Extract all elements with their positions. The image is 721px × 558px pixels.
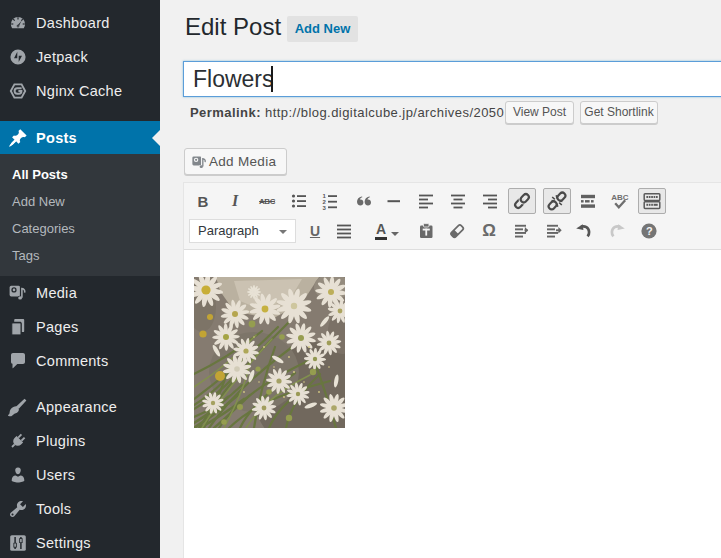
svg-text:3: 3 <box>323 205 327 211</box>
svg-text:?: ? <box>646 225 653 237</box>
svg-text:ABC: ABC <box>611 193 629 202</box>
